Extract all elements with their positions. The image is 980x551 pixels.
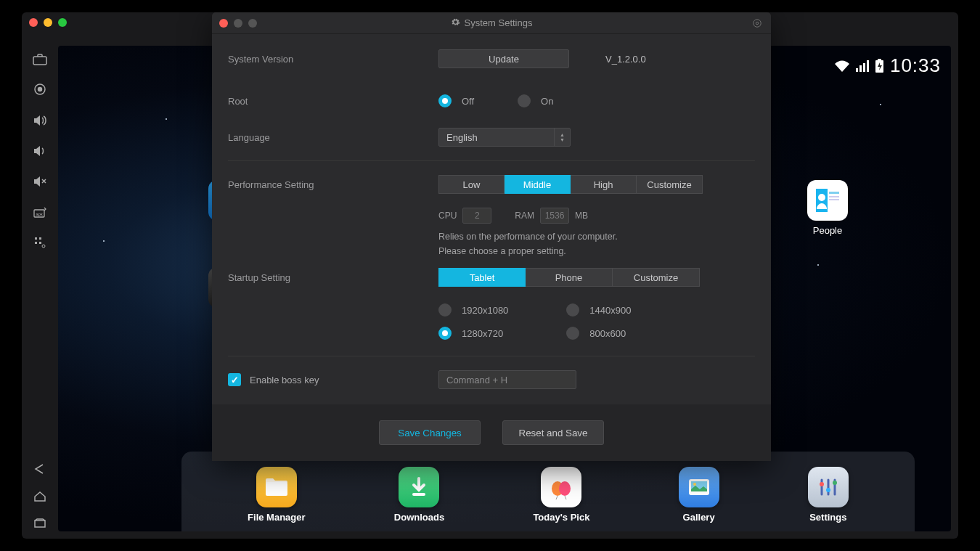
svg-rect-13 [863, 63, 865, 72]
system-version-label: System Version [228, 54, 438, 65]
radio-label: Off [462, 96, 474, 107]
svg-rect-24 [829, 192, 839, 194]
svg-rect-14 [867, 60, 869, 72]
location-icon[interactable] [33, 83, 47, 97]
modal-close-icon[interactable] [219, 19, 228, 28]
svg-rect-26 [829, 199, 839, 200]
dock-file-manager[interactable]: File Manager [248, 467, 305, 523]
radio-label: 1440x900 [589, 305, 631, 316]
res-1280x720[interactable]: 1280x720 [438, 327, 508, 340]
radio-icon [438, 327, 452, 340]
modal-maximize-icon[interactable] [248, 19, 257, 28]
svg-point-34 [820, 482, 824, 486]
bosskey-input[interactable] [438, 370, 576, 389]
modal-titlebar: System Settings [212, 12, 771, 34]
svg-rect-25 [829, 196, 839, 197]
dock-gallery[interactable]: Gallery [679, 467, 719, 523]
startup-tablet[interactable]: Tablet [438, 268, 526, 287]
svg-point-38 [754, 20, 761, 28]
volume-down-icon[interactable] [33, 144, 47, 158]
language-select[interactable]: English ▲▼ [438, 128, 571, 147]
close-icon[interactable] [29, 18, 38, 27]
settings-modal: System Settings System Version Update V_… [212, 12, 771, 461]
radio-icon [566, 327, 579, 340]
apk-install-icon[interactable]: apk [33, 205, 47, 219]
save-changes-button[interactable]: Save Changes [379, 420, 481, 445]
cpu-input[interactable] [462, 208, 491, 224]
recent-icon[interactable] [33, 518, 46, 531]
root-off-radio[interactable]: Off [438, 94, 474, 107]
svg-rect-6 [39, 237, 41, 240]
perf-middle[interactable]: Middle [505, 175, 571, 194]
perf-low[interactable]: Low [438, 175, 505, 194]
svg-point-33 [693, 483, 696, 486]
radio-label: 1280x720 [462, 328, 503, 339]
dock-label: File Manager [248, 512, 305, 523]
svg-rect-5 [35, 237, 37, 240]
svg-point-35 [826, 488, 830, 492]
startup-customize[interactable]: Customize [613, 268, 700, 287]
app-label: People [813, 225, 842, 236]
status-bar: 10:33 [834, 54, 941, 77]
res-1440x900[interactable]: 1440x900 [566, 303, 631, 317]
select-value: English [446, 132, 478, 143]
home-icon[interactable] [33, 491, 46, 505]
startup-label: Startup Setting [228, 272, 438, 283]
bosskey-checkbox[interactable]: ✓ [228, 373, 241, 386]
shake-icon[interactable] [33, 235, 47, 250]
startup-phone[interactable]: Phone [526, 268, 613, 287]
svg-point-36 [833, 481, 837, 485]
svg-text:apk: apk [36, 212, 44, 216]
svg-point-30 [559, 481, 571, 496]
back-icon[interactable] [33, 463, 47, 478]
modal-footer: Save Changes Reset and Save [212, 404, 771, 461]
svg-rect-16 [878, 59, 881, 60]
ram-label: RAM [515, 211, 534, 221]
svg-rect-12 [859, 65, 862, 72]
settings-extra-icon[interactable] [752, 18, 762, 30]
radio-label: On [541, 96, 553, 107]
radio-icon [566, 303, 579, 317]
app-people[interactable]: People [799, 180, 857, 236]
perf-note2: Please choose a proper setting. [438, 244, 755, 258]
svg-point-2 [38, 88, 42, 91]
modal-minimize-icon[interactable] [234, 19, 242, 28]
perf-high[interactable]: High [571, 175, 637, 194]
bosskey-label: Enable boss key [250, 375, 319, 385]
dock-label: Downloads [394, 512, 444, 523]
startup-segment: Tablet Phone Customize [438, 268, 700, 287]
maximize-icon[interactable] [58, 18, 67, 27]
chevron-updown-icon: ▲▼ [554, 128, 570, 146]
dock-label: Gallery [683, 512, 715, 523]
ram-input[interactable] [540, 208, 569, 224]
perf-customize[interactable]: Customize [637, 175, 703, 194]
svg-point-23 [818, 194, 825, 201]
minimize-icon[interactable] [44, 18, 52, 27]
svg-rect-28 [412, 493, 425, 496]
perf-note1: Relies on the performance of your comput… [438, 229, 755, 244]
reset-and-save-button[interactable]: Reset and Save [502, 420, 604, 445]
volume-up-icon[interactable] [33, 113, 47, 128]
keyboard-icon[interactable] [33, 52, 47, 67]
res-800x600[interactable]: 800x600 [566, 327, 631, 340]
modal-title: System Settings [465, 17, 533, 28]
radio-icon [438, 303, 452, 317]
dock-todays-pick[interactable]: Today's Pick [533, 467, 589, 523]
language-label: Language [228, 132, 438, 143]
signal-icon [856, 60, 869, 72]
svg-rect-10 [35, 521, 45, 527]
root-on-radio[interactable]: On [518, 94, 553, 107]
dock-settings[interactable]: Settings [808, 467, 849, 523]
svg-rect-27 [266, 482, 287, 496]
update-button[interactable]: Update [438, 49, 569, 68]
res-1920x1080[interactable]: 1920x1080 [438, 303, 508, 317]
svg-point-9 [42, 245, 45, 248]
svg-rect-11 [856, 68, 858, 72]
dock-downloads[interactable]: Downloads [394, 467, 444, 523]
volume-mute-icon[interactable] [33, 174, 47, 189]
radio-label: 800x600 [589, 328, 626, 339]
cpu-label: CPU [438, 211, 457, 221]
side-nav-bottom [22, 463, 58, 531]
dock: File Manager Downloads Today's Pick Gall… [181, 452, 915, 531]
dock-label: Settings [809, 512, 846, 523]
